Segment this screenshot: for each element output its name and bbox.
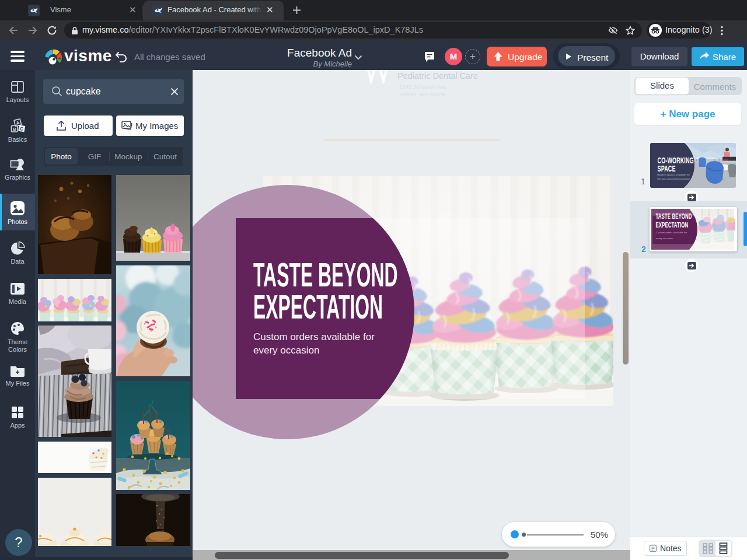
svg-text:SPACE: SPACE <box>658 164 676 174</box>
svg-text:Custom orders available for: Custom orders available for <box>656 231 687 234</box>
svg-text:TASTE BEYOND: TASTE BEYOND <box>655 212 692 220</box>
svg-text:EXPECTATION: EXPECTATION <box>655 220 688 229</box>
svg-text:every occasion: every occasion <box>656 237 673 240</box>
svg-text:Modern spaces available for: Modern spaces available for <box>657 173 690 176</box>
svg-text:the non-conventional worker: the non-conventional worker <box>657 177 690 180</box>
svg-text:B: B <box>12 127 16 132</box>
